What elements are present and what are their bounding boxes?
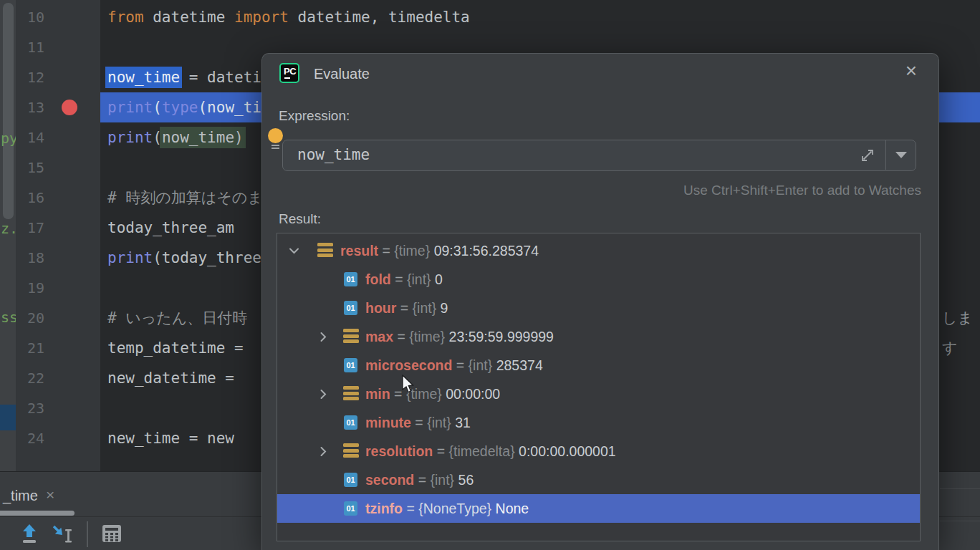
primitive-value-icon: 01 xyxy=(344,358,357,372)
line-number: 11 xyxy=(16,32,44,62)
close-icon[interactable]: × xyxy=(905,59,917,82)
chevron-collapsed-icon[interactable] xyxy=(317,330,330,343)
tree-name: microsecond xyxy=(365,357,452,373)
line-number: 19 xyxy=(16,273,44,303)
tree-row-text: hour = {int} 9 xyxy=(365,294,448,322)
tree-type: {int} xyxy=(431,472,455,488)
tree-row-text: resolution = {timedelta} 0:00:00.000001 xyxy=(365,437,616,465)
step-out-icon[interactable] xyxy=(20,524,39,544)
code-line: today_three_am xyxy=(107,213,234,243)
project-scrollbar-thumb[interactable] xyxy=(3,3,14,219)
tree-row[interactable]: result = {time} 09:31:56.285374 xyxy=(277,236,920,265)
code-token: temp_datetime = xyxy=(107,339,244,357)
tree-row[interactable]: 01minute = {int} 31 xyxy=(277,408,920,437)
tree-row[interactable]: 01second = {int} 56 xyxy=(277,465,920,494)
tree-name: result xyxy=(340,243,378,259)
primitive-value-icon: 01 xyxy=(344,272,357,286)
code-line: from datetime import datetime, timedelta xyxy=(107,2,470,32)
tree-row[interactable]: 01fold = {int} 0 xyxy=(277,265,920,294)
tree-type: {int} xyxy=(427,415,451,430)
right-panel-divider xyxy=(940,488,980,489)
code-line: new_datetime = xyxy=(107,363,234,393)
tree-type: {int} xyxy=(469,357,493,373)
toolbar-divider xyxy=(87,521,88,547)
code-line: temp_datetime = xyxy=(107,333,244,363)
tree-name: tzinfo xyxy=(365,501,403,516)
tree-row-text: fold = {int} 0 xyxy=(365,265,443,294)
line-number: 16 xyxy=(16,183,44,213)
code-token: print xyxy=(107,99,153,116)
tree-name: min xyxy=(365,386,390,402)
tree-row-text: tzinfo = {NoneType} None xyxy=(365,494,529,523)
tree-row-text: microsecond = {int} 285374 xyxy=(365,351,543,380)
right-panel-divider xyxy=(940,521,980,521)
evaluate-expression-icon[interactable] xyxy=(102,524,122,544)
tree-row-text: minute = {int} 31 xyxy=(365,408,471,437)
chevron-expanded-icon[interactable] xyxy=(287,244,300,257)
tree-row[interactable]: min = {time} 00:00:00 xyxy=(277,380,920,408)
primitive-value-icon: 01 xyxy=(344,501,357,516)
code-fragment-right: します xyxy=(942,303,980,333)
tab-close-icon[interactable]: × xyxy=(46,486,54,503)
code-token: now_time xyxy=(107,69,180,86)
tree-eq: = xyxy=(411,415,427,430)
tree-eq: = xyxy=(393,329,409,344)
history-dropdown-button[interactable] xyxy=(885,140,916,170)
watches-hint: Use Ctrl+Shift+Enter to add to Watches xyxy=(683,183,921,198)
expression-input[interactable]: now_time xyxy=(282,140,916,171)
tree-row[interactable]: 01microsecond = {int} 285374 xyxy=(277,351,920,380)
line-number: 22 xyxy=(16,363,44,393)
line-number: 12 xyxy=(16,62,44,92)
run-to-cursor-icon[interactable] xyxy=(52,524,76,544)
code-line: # いったん、日付時 xyxy=(107,303,247,333)
tree-name: second xyxy=(365,472,414,488)
code-token: print xyxy=(107,249,153,266)
active-tab-underline xyxy=(0,511,75,516)
tree-row-text: result = {time} 09:31:56.285374 xyxy=(340,236,539,265)
breakpoint-icon[interactable] xyxy=(62,100,77,115)
tree-eq: = xyxy=(403,501,418,516)
code-token: type xyxy=(162,99,198,116)
tree-row[interactable]: resolution = {timedelta} 0:00:00.000001 xyxy=(277,437,920,465)
code-token: print xyxy=(107,129,153,146)
expression-value[interactable]: now_time xyxy=(297,140,370,170)
code-token: import xyxy=(234,9,289,26)
tree-row[interactable]: 01tzinfo = {NoneType} None xyxy=(277,494,920,523)
debug-tab[interactable]: _time xyxy=(3,488,38,504)
tree-type: {timedelta} xyxy=(449,443,515,459)
tree-row[interactable]: max = {time} 23:59:59.999999 xyxy=(277,322,920,351)
expand-editor-icon[interactable] xyxy=(860,148,875,163)
tree-type: {time} xyxy=(409,329,445,344)
chevron-collapsed-icon[interactable] xyxy=(317,387,330,400)
line-number: 23 xyxy=(16,393,44,423)
code-token: datetime, timedelta xyxy=(289,9,470,26)
project-item-fragment: z.p xyxy=(1,213,16,243)
result-label: Result: xyxy=(279,211,321,227)
tree-val: 56 xyxy=(454,472,474,488)
line-number: 14 xyxy=(16,122,44,153)
intention-bulb-icon[interactable] xyxy=(268,128,283,143)
tree-eq: = xyxy=(414,472,430,488)
primitive-value-icon: 01 xyxy=(344,473,357,487)
chevron-collapsed-icon[interactable] xyxy=(317,445,330,458)
line-number: 15 xyxy=(16,153,44,183)
tree-name: resolution xyxy=(365,443,433,459)
dialog-title: Evaluate xyxy=(314,66,370,82)
tree-eq: = xyxy=(378,243,394,259)
tree-name: max xyxy=(365,329,393,344)
code-token: new_datetime = xyxy=(107,370,234,387)
code-line: new_time = new xyxy=(107,423,234,453)
mouse-cursor xyxy=(402,375,415,394)
tree-eq: = xyxy=(391,271,407,287)
tree-val: 23:59:59.999999 xyxy=(445,329,554,344)
primitive-value-icon: 01 xyxy=(344,415,357,430)
code-token: ( xyxy=(153,129,162,146)
line-number: 18 xyxy=(16,243,44,273)
tree-val: None xyxy=(491,501,529,516)
expression-label: Expression: xyxy=(279,108,350,124)
code-line: now_time = datetime xyxy=(107,62,279,92)
result-tree[interactable]: result = {time} 09:31:56.28537401fold = … xyxy=(277,233,921,541)
tree-row[interactable]: 01hour = {int} 9 xyxy=(277,294,920,322)
code-line: print(today_three xyxy=(107,243,261,273)
project-selected-item xyxy=(0,405,16,430)
